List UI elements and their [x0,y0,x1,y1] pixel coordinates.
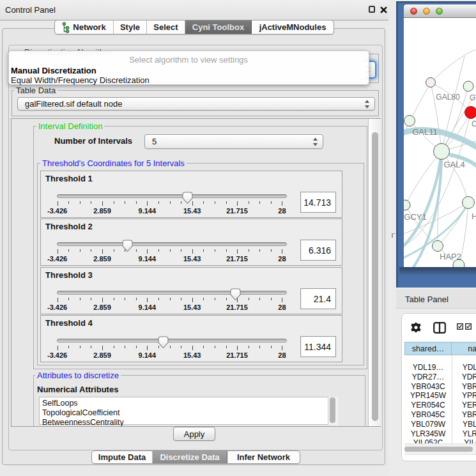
svg-text:GAL11: GAL11 [412,127,438,137]
svg-text:GAL4: GAL4 [443,160,464,169]
svg-text:H: H [472,211,476,221]
svg-text:GAL80: GAL80 [436,93,460,102]
svg-text:GCY1: GCY1 [404,212,426,222]
svg-text:G.: G. [470,93,476,102]
svg-text:HAP2: HAP2 [440,252,461,261]
svg-text:C: C [472,119,476,128]
